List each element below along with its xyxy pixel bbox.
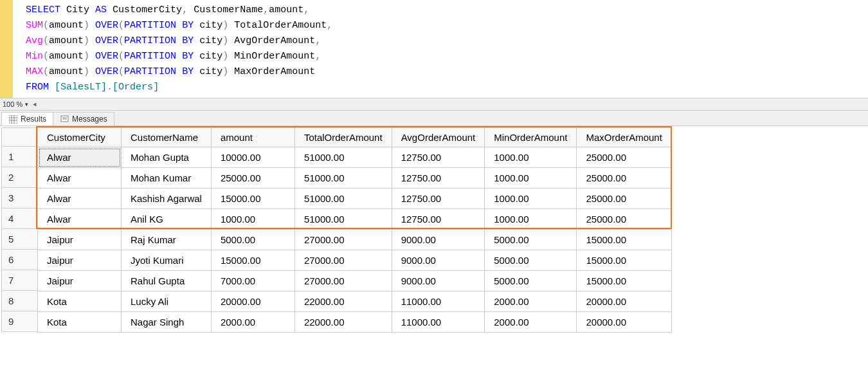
table-cell[interactable]: 25000.00 (211, 168, 294, 189)
tab-results[interactable]: Results (1, 112, 53, 125)
table-cell[interactable]: 1000.00 (211, 209, 294, 230)
table-cell[interactable]: 20000.00 (577, 291, 671, 312)
table-cell[interactable]: 5000.00 (485, 271, 577, 291)
col-header[interactable]: amount (211, 128, 294, 147)
table-cell[interactable]: Jaipur (38, 271, 122, 291)
table-cell[interactable]: Jyoti Kumari (122, 250, 212, 271)
table-cell[interactable]: Jaipur (38, 230, 122, 250)
table-row: AlwarMohan Gupta10000.0051000.0012750.00… (38, 147, 672, 168)
row-number[interactable]: 7 (1, 270, 37, 291)
sql-editor[interactable]: SELECT City AS CustomerCity, CustomerNam… (13, 0, 345, 98)
table-cell[interactable]: Mohan Kumar (122, 168, 212, 189)
table-cell[interactable]: 9000.00 (392, 271, 485, 291)
table-cell[interactable]: 25000.00 (577, 147, 671, 168)
col-header[interactable]: MaxOrderAmount (577, 128, 671, 147)
col-header[interactable]: MinOrderAmount (485, 128, 577, 147)
table-cell[interactable]: 2000.00 (211, 312, 294, 333)
table-cell[interactable]: Alwar (38, 147, 122, 168)
grid-icon (8, 115, 17, 124)
table-cell[interactable]: 1000.00 (485, 189, 577, 209)
table-cell[interactable]: Kashish Agarwal (122, 189, 212, 209)
table-cell[interactable]: 7000.00 (211, 271, 294, 291)
chevron-down-icon: ▼ (24, 102, 29, 107)
table-cell[interactable]: 15000.00 (577, 250, 671, 271)
table-cell[interactable]: Lucky Ali (122, 291, 212, 312)
table-cell[interactable]: 27000.00 (294, 271, 392, 291)
table-cell[interactable]: 15000.00 (577, 230, 671, 250)
table-cell[interactable]: 51000.00 (294, 189, 392, 209)
table-cell[interactable]: Alwar (38, 189, 122, 209)
table-cell[interactable]: 2000.00 (485, 312, 577, 333)
tab-messages[interactable]: Messages (53, 112, 114, 125)
table-cell[interactable]: 12750.00 (392, 209, 485, 230)
row-number[interactable]: 8 (1, 291, 37, 311)
table-cell[interactable]: 51000.00 (294, 209, 392, 230)
table-cell[interactable]: 12750.00 (392, 147, 485, 168)
table-row: KotaLucky Ali20000.0022000.0011000.00200… (38, 291, 672, 312)
col-header[interactable]: CustomerCity (38, 128, 122, 147)
table-cell[interactable]: 27000.00 (294, 250, 392, 271)
table-cell[interactable]: 1000.00 (485, 147, 577, 168)
table-cell[interactable]: 5000.00 (485, 230, 577, 250)
row-number[interactable]: 4 (1, 208, 37, 229)
col-header[interactable]: AvgOrderAmount (392, 128, 485, 147)
table-cell[interactable]: 20000.00 (211, 291, 294, 312)
table-cell[interactable]: 12750.00 (392, 168, 485, 189)
table-cell[interactable]: 20000.00 (577, 312, 671, 333)
table-cell[interactable]: 51000.00 (294, 147, 392, 168)
table-row: AlwarMohan Kumar25000.0051000.0012750.00… (38, 168, 672, 189)
svg-rect-0 (9, 115, 17, 124)
zoom-label: 100 % (3, 100, 23, 108)
tab-results-label: Results (21, 115, 46, 124)
table-cell[interactable]: 11000.00 (392, 291, 485, 312)
table-cell[interactable]: Mohan Gupta (122, 147, 212, 168)
table-cell[interactable]: 2000.00 (485, 291, 577, 312)
table-cell[interactable]: 10000.00 (211, 147, 294, 168)
table-cell[interactable]: 9000.00 (392, 250, 485, 271)
table-cell[interactable]: 22000.00 (294, 312, 392, 333)
table-cell[interactable]: 11000.00 (392, 312, 485, 333)
table-row: JaipurJyoti Kumari15000.0027000.009000.0… (38, 250, 672, 271)
table-cell[interactable]: Kota (38, 312, 122, 333)
table-cell[interactable]: 22000.00 (294, 291, 392, 312)
table-cell[interactable]: Alwar (38, 209, 122, 230)
table-cell[interactable]: 15000.00 (211, 250, 294, 271)
messages-icon (60, 115, 69, 124)
table-cell[interactable]: Rahul Gupta (122, 271, 212, 291)
table-cell[interactable]: Anil KG (122, 209, 212, 230)
scroll-left-icon[interactable]: ◄ (32, 101, 37, 107)
table-cell[interactable]: 5000.00 (485, 250, 577, 271)
table-cell[interactable]: Kota (38, 291, 122, 312)
row-number[interactable]: 2 (1, 167, 37, 188)
table-cell[interactable]: 51000.00 (294, 168, 392, 189)
table-cell[interactable]: 12750.00 (392, 189, 485, 209)
table-cell[interactable]: 15000.00 (211, 189, 294, 209)
row-number[interactable]: 1 (1, 147, 37, 167)
table-cell[interactable]: 5000.00 (211, 230, 294, 250)
row-number[interactable]: 9 (1, 311, 37, 332)
table-cell[interactable]: 25000.00 (577, 189, 671, 209)
rownum-header[interactable] (1, 127, 37, 147)
table-row: KotaNagar Singh2000.0022000.0011000.0020… (38, 312, 672, 333)
table-row: JaipurRaj Kumar5000.0027000.009000.00500… (38, 230, 672, 250)
row-number[interactable]: 6 (1, 250, 37, 270)
table-row: AlwarAnil KG1000.0051000.0012750.001000.… (38, 209, 672, 230)
table-cell[interactable]: Nagar Singh (122, 312, 212, 333)
header-row: CustomerCity CustomerName amount TotalOr… (38, 128, 672, 147)
table-cell[interactable]: Raj Kumar (122, 230, 212, 250)
table-cell[interactable]: 27000.00 (294, 230, 392, 250)
table-cell[interactable]: 25000.00 (577, 168, 671, 189)
table-cell[interactable]: 1000.00 (485, 168, 577, 189)
table-cell[interactable]: 1000.00 (485, 209, 577, 230)
table-cell[interactable]: 15000.00 (577, 271, 671, 291)
row-number[interactable]: 3 (1, 188, 37, 208)
row-number[interactable]: 5 (1, 229, 37, 250)
table-cell[interactable]: Jaipur (38, 250, 122, 271)
table-cell[interactable]: Alwar (38, 168, 122, 189)
zoom-dropdown[interactable]: 100 % ▼ (3, 100, 29, 108)
table-cell[interactable]: 25000.00 (577, 209, 671, 230)
col-header[interactable]: CustomerName (122, 128, 212, 147)
col-header[interactable]: TotalOrderAmount (294, 128, 392, 147)
table-row: AlwarKashish Agarwal15000.0051000.001275… (38, 189, 672, 209)
table-cell[interactable]: 9000.00 (392, 230, 485, 250)
